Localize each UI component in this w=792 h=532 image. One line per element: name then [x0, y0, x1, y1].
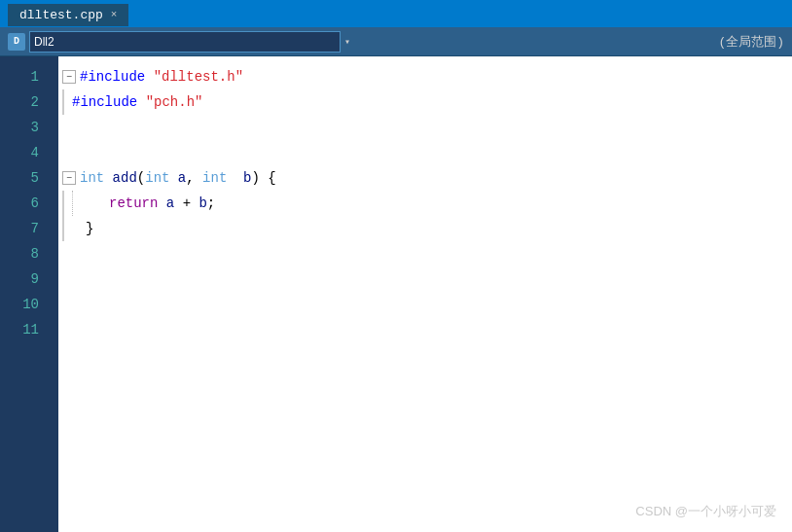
line-numbers: 1 2 3 4 5 6 7 8 9 10 11: [0, 56, 58, 532]
kw-include-1: #include: [80, 69, 154, 85]
title-bar: dlltest.cpp ×: [0, 0, 792, 27]
editor-wrapper[interactable]: − #include "dlltest.h" #include "pch.h" …: [58, 56, 792, 532]
project-icon: D: [8, 33, 25, 51]
line-num-4: 4: [0, 140, 47, 165]
code-line-3: [58, 115, 792, 140]
tab[interactable]: dlltest.cpp ×: [8, 2, 128, 26]
fold-placeholder-6: [62, 191, 68, 216]
brace-close: }: [86, 221, 93, 236]
line-num-11: 11: [0, 317, 47, 342]
return-expr: a: [166, 195, 183, 211]
param-a: a: [178, 170, 186, 186]
indent-dots-6: [72, 191, 86, 216]
semicolon: ;: [207, 195, 215, 211]
watermark: CSDN @一个小呀小可爱: [635, 503, 776, 520]
space1: [169, 170, 177, 186]
param-b: b: [243, 170, 251, 186]
project-dropdown[interactable]: Dll2: [29, 31, 341, 53]
line-num-7: 7: [0, 216, 47, 241]
kw-int-1: int: [80, 170, 113, 186]
brace-open: {: [260, 170, 276, 186]
code-line-1: − #include "dlltest.h": [58, 64, 792, 89]
line-num-8: 8: [0, 241, 47, 266]
line-num-10: 10: [0, 292, 47, 317]
fold-icon-5[interactable]: −: [62, 171, 76, 185]
fold-placeholder-7: [62, 216, 68, 241]
kw-int-3: int: [202, 170, 227, 186]
kw-return: return: [109, 195, 166, 211]
plus-op: +: [183, 195, 191, 211]
paren-open: (: [137, 170, 145, 186]
code-line-2: #include "pch.h": [58, 89, 792, 115]
tab-label: dlltest.cpp: [19, 8, 103, 22]
toolbar: D Dll2 ▾ (全局范围): [0, 27, 792, 56]
return-b: b: [191, 195, 207, 211]
kw-include-2: #include: [72, 94, 146, 110]
toolbar-left: D Dll2 ▾: [8, 31, 702, 53]
dropdown-arrow-icon: ▾: [344, 36, 350, 48]
code-line-7: }: [58, 216, 792, 241]
fold-icon-1[interactable]: −: [62, 70, 76, 84]
comma: ,: [186, 170, 202, 186]
code-line-5: − int add(int a, int b) {: [58, 165, 792, 191]
fold-placeholder-2: [62, 89, 68, 115]
code-line-4: [58, 140, 792, 165]
line-num-5: 5: [0, 165, 47, 191]
code-line-6: return a + b;: [58, 191, 792, 216]
str-dlltest: "dlltest.h": [154, 69, 243, 85]
line-num-9: 9: [0, 266, 47, 292]
editor-area: 1 2 3 4 5 6 7 8 9 10 11 − #include "dllt…: [0, 56, 792, 532]
code-line-10: [58, 292, 792, 317]
fn-add: add: [113, 170, 137, 186]
code-content[interactable]: − #include "dlltest.h" #include "pch.h" …: [58, 56, 792, 532]
line-num-2: 2: [0, 89, 47, 115]
indent-dots-7: [72, 216, 86, 241]
code-line-8: [58, 241, 792, 266]
line-num-1: 1: [0, 64, 47, 89]
code-line-9: [58, 266, 792, 292]
tab-close-icon[interactable]: ×: [111, 9, 118, 20]
line-num-3: 3: [0, 115, 47, 140]
scope-label: (全局范围): [718, 33, 784, 51]
space2: [227, 170, 243, 186]
str-pch: "pch.h": [146, 94, 203, 110]
paren-close: ): [252, 170, 260, 186]
kw-int-2: int: [145, 170, 169, 186]
line-num-6: 6: [0, 191, 47, 216]
code-line-11: [58, 317, 792, 342]
